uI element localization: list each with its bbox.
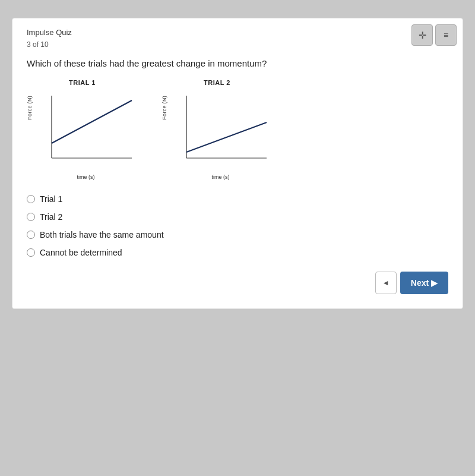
next-label: Next ▶ <box>411 278 438 288</box>
graph-trial2-ylabel: Force (N) <box>162 96 167 120</box>
footer-controls: ◄ Next ▶ <box>27 272 448 294</box>
option-trial1-label: Trial 1 <box>40 194 62 204</box>
graphs-container: TRIAL 1 Force (N) time (s) TRIAL 2 <box>27 79 448 180</box>
option-trial1[interactable]: Trial 1 <box>27 194 448 204</box>
graph-trial2-area: Force (N) time (s) <box>162 90 273 180</box>
radio-trial1[interactable] <box>27 195 35 203</box>
quiz-card: Impulse Quiz ✛ ≡ 3 of 10 Which of these … <box>12 18 463 309</box>
svg-line-5 <box>186 122 267 152</box>
graph-trial2: TRIAL 2 Force (N) time (s) <box>162 79 273 180</box>
option-trial2-label: Trial 2 <box>40 212 62 222</box>
list-icon: ≡ <box>444 30 448 40</box>
graph-trial1-svg <box>34 90 138 173</box>
move-icon: ✛ <box>419 30 426 41</box>
top-controls: ✛ ≡ <box>411 24 457 46</box>
graph-trial1: TRIAL 1 Force (N) time (s) <box>27 79 138 180</box>
next-button[interactable]: Next ▶ <box>400 272 448 294</box>
graph-trial1-title: TRIAL 1 <box>69 79 96 86</box>
question-text: Which of these trials had the greatest c… <box>27 58 448 68</box>
graph-trial1-ylabel: Force (N) <box>27 96 33 120</box>
graph-trial2-svg-wrap: time (s) <box>169 90 273 180</box>
graph-trial2-svg <box>169 90 273 173</box>
list-button[interactable]: ≡ <box>435 24 457 46</box>
quiz-title: Impulse Quiz <box>27 28 448 37</box>
move-button[interactable]: ✛ <box>411 24 433 46</box>
option-same[interactable]: Both trials have the same amount <box>27 230 448 239</box>
option-unknown-label: Cannot be determined <box>40 248 122 257</box>
graph-trial2-xlabel: time (s) <box>212 174 230 180</box>
svg-line-2 <box>52 100 132 143</box>
prev-icon: ◄ <box>382 279 390 287</box>
progress-text: 3 of 10 <box>27 40 448 49</box>
radio-same[interactable] <box>27 231 35 239</box>
radio-unknown[interactable] <box>27 248 35 257</box>
option-same-label: Both trials have the same amount <box>40 230 164 239</box>
option-trial2[interactable]: Trial 2 <box>27 212 448 222</box>
radio-trial2[interactable] <box>27 213 35 221</box>
prev-button[interactable]: ◄ <box>375 272 397 294</box>
graph-trial1-area: Force (N) time (s) <box>27 90 138 180</box>
options-list: Trial 1 Trial 2 Both trials have the sam… <box>27 194 448 257</box>
graph-trial2-title: TRIAL 2 <box>204 79 230 86</box>
option-unknown[interactable]: Cannot be determined <box>27 248 448 257</box>
graph-trial1-svg-wrap: time (s) <box>34 90 138 180</box>
graph-trial1-xlabel: time (s) <box>77 174 95 180</box>
